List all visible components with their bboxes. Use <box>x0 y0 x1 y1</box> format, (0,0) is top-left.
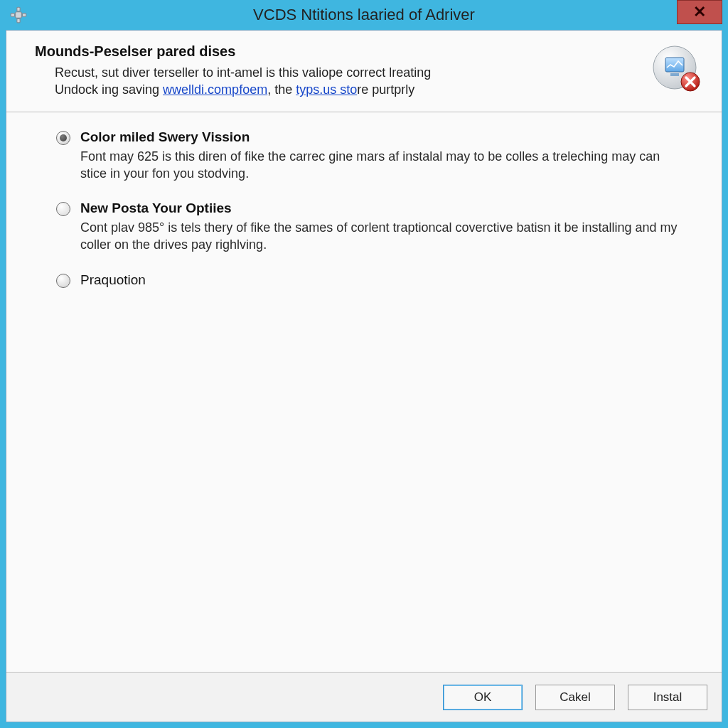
svg-rect-0 <box>17 7 20 11</box>
option-prod-title: Praquotion <box>80 272 687 288</box>
subtitle-line2a: Undock ing saving <box>55 82 163 97</box>
cancel-button-label: Cakel <box>560 690 590 705</box>
close-button[interactable]: ✕ <box>677 0 722 24</box>
cancel-button[interactable]: Cakel <box>535 685 615 710</box>
client-area: Mounds-Peselser pared dises Recust, sut … <box>6 30 722 722</box>
subtitle-line1: Recust, sut diver terseller to int-amel … <box>55 65 431 80</box>
security-status-icon <box>651 43 702 95</box>
svg-rect-7 <box>670 73 679 76</box>
dialog-subtitle: Recust, sut diver terseller to int-amel … <box>55 64 642 99</box>
close-icon: ✕ <box>693 3 706 21</box>
window-title: VCDS Ntitions laaried of Adriver <box>6 6 722 24</box>
svg-rect-1 <box>17 18 20 22</box>
dialog-header: Mounds-Peselser pared dises Recust, sut … <box>6 31 722 112</box>
radio-prod[interactable] <box>56 274 70 288</box>
option-prod[interactable]: Praquotion <box>56 272 687 288</box>
dialog-body: Color miled Swery Vission Font may 625 i… <box>6 112 722 672</box>
svg-rect-3 <box>22 14 26 16</box>
option-color-title: Color miled Swery Vission <box>80 129 687 145</box>
option-color[interactable]: Color miled Swery Vission Font may 625 i… <box>56 129 687 183</box>
subtitle-line2c: re purtprly <box>357 82 414 97</box>
option-prod-body: Praquotion <box>80 272 687 288</box>
option-posta-desc: Cont plav 985° is tels thery of fike the… <box>80 219 678 254</box>
dialog-header-text: Mounds-Peselser pared dises Recust, sut … <box>35 43 642 99</box>
option-posta-body: New Posta Your Optiies Cont plav 985° is… <box>80 200 687 254</box>
ok-button[interactable]: OK <box>443 685 523 710</box>
dialog-title: Mounds-Peselser pared dises <box>35 43 642 60</box>
install-button-label: Instal <box>653 690 682 705</box>
subtitle-link-1[interactable]: wwelldi.compfoem <box>163 82 267 97</box>
svg-rect-4 <box>16 12 22 18</box>
dialog-footer: OK Cakel Instal <box>6 672 722 722</box>
ok-button-label: OK <box>474 690 492 705</box>
system-menu-icon[interactable] <box>9 5 28 25</box>
subtitle-line2b: , the <box>267 82 296 97</box>
option-posta[interactable]: New Posta Your Optiies Cont plav 985° is… <box>56 200 687 254</box>
install-button[interactable]: Instal <box>628 685 707 710</box>
window-frame: VCDS Ntitions laaried of Adriver ✕ Mound… <box>0 0 728 728</box>
option-posta-title: New Posta Your Optiies <box>80 200 687 216</box>
svg-rect-2 <box>11 14 14 16</box>
option-color-desc: Font may 625 is this diren of fike the c… <box>80 148 678 183</box>
radio-color[interactable] <box>56 131 70 145</box>
title-bar: VCDS Ntitions laaried of Adriver ✕ <box>6 0 722 30</box>
radio-posta[interactable] <box>56 202 70 216</box>
option-color-body: Color miled Swery Vission Font may 625 i… <box>80 129 687 183</box>
subtitle-link-2[interactable]: typs.us sto <box>296 82 357 97</box>
